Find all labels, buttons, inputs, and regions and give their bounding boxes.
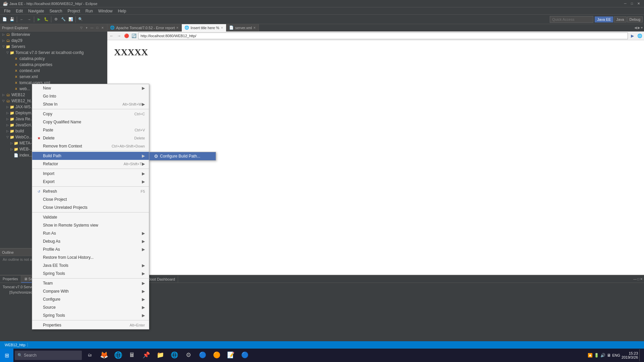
menu-help[interactable]: Help	[115, 8, 129, 14]
tree-item-context-xml[interactable]: X context.xml	[0, 68, 107, 74]
ctx-close-unrelated[interactable]: Close Unrelated Projects	[32, 203, 149, 212]
bottom-panel-min[interactable]: —	[633, 277, 637, 281]
tab-close-btn[interactable]: ✕	[253, 26, 256, 29]
taskbar-pin1[interactable]: 📌	[140, 349, 153, 361]
tree-item-binterview[interactable]: ▷ 🗂 Binterview	[0, 32, 107, 38]
ctx-copy[interactable]: Copy Ctrl+C	[32, 110, 149, 118]
menu-file[interactable]: File	[1, 8, 13, 14]
taskbar-blue-app[interactable]: 🔵	[238, 349, 252, 361]
panel-min-btn[interactable]: —	[90, 25, 94, 30]
panel-collapse-btn[interactable]: ▽	[79, 25, 84, 30]
ctx-export[interactable]: Export ▶	[32, 178, 149, 186]
ctx-build-path[interactable]: Build Path ▶ ⚙ Configure Build Path...	[32, 152, 149, 160]
perspective-javaee[interactable]: Java EE	[595, 16, 613, 22]
tree-item-catalina-props[interactable]: X catalina.properties	[0, 62, 107, 68]
menu-search[interactable]: Search	[47, 8, 65, 14]
menu-navigate[interactable]: Navigate	[25, 8, 47, 14]
ctx-validate[interactable]: Validate	[32, 213, 149, 221]
taskbar-task-view[interactable]: 🗂	[83, 349, 97, 361]
bottom-panel-close[interactable]: ✕	[640, 277, 643, 281]
submenu-configure-build-path[interactable]: ⚙ Configure Build Path...	[149, 152, 216, 160]
tab-close-btn[interactable]: ✕	[221, 26, 223, 29]
perspective-java[interactable]: Java	[614, 16, 626, 22]
ctx-profile-as[interactable]: Profile As ▶	[32, 245, 149, 253]
taskbar-eclipse[interactable]: 🔵	[196, 349, 209, 361]
close-btn[interactable]: ✕	[636, 1, 641, 6]
ctx-show-remote[interactable]: Show in Remote Systems view	[32, 221, 149, 229]
tab-scroll-right[interactable]: ▶	[638, 26, 640, 29]
toolbar-btn1[interactable]: ⚙	[53, 16, 59, 23]
bottom-panel-max[interactable]: □	[637, 277, 639, 281]
toolbar-forward[interactable]: →	[26, 16, 33, 23]
taskbar-search-bar[interactable]: 🔍	[15, 351, 82, 360]
ctx-run-as[interactable]: Run As ▶	[32, 229, 149, 237]
tab-insert-title[interactable]: 🌐 Insert title here % ✕	[182, 24, 226, 32]
taskbar-pin2[interactable]: 🌐	[168, 349, 181, 361]
ctx-go-into[interactable]: Go Into	[32, 92, 149, 100]
ctx-spring-tools-1[interactable]: Spring Tools ▶	[32, 269, 149, 278]
menu-run[interactable]: Run	[83, 8, 96, 14]
tab-server-xml[interactable]: 📄 server.xml ✕	[226, 24, 259, 32]
external-browser-btn[interactable]: 🌐	[637, 33, 643, 39]
ctx-delete[interactable]: ✖ Delete Delete	[32, 134, 149, 142]
ctx-properties[interactable]: Properties Alt+Enter	[32, 321, 149, 329]
panel-close-btn[interactable]: ✕	[100, 25, 105, 30]
ctx-restore-history[interactable]: Restore from Local History...	[32, 253, 149, 261]
toolbar-new[interactable]: 📄	[1, 16, 8, 23]
tab-boot-dashboard[interactable]: Boot Dashboard	[146, 276, 178, 283]
tree-item-catalina-policy[interactable]: X catalina.policy	[0, 56, 107, 62]
ctx-new[interactable]: New ▶	[32, 84, 149, 92]
menu-window[interactable]: Window	[96, 8, 115, 14]
toolbar-run[interactable]: ▶	[36, 16, 42, 23]
refresh-btn[interactable]: 🔄	[131, 33, 137, 39]
ctx-debug-as[interactable]: Debug As ▶	[32, 237, 149, 245]
start-button[interactable]: ⊞	[0, 349, 13, 362]
browser-url-input[interactable]	[138, 33, 628, 39]
toolbar-debug[interactable]: 🐛	[43, 16, 50, 23]
toolbar-back[interactable]: ←	[18, 16, 25, 23]
ctx-configure[interactable]: Configure ▶	[32, 295, 149, 303]
ctx-compare-with[interactable]: Compare With ▶	[32, 287, 149, 295]
tree-item-server-xml[interactable]: X server.xml	[0, 74, 107, 80]
go-btn[interactable]: ▶	[629, 33, 635, 39]
taskbar-firefox[interactable]: 🦊	[97, 349, 111, 361]
ctx-paste[interactable]: Paste Ctrl+V	[32, 126, 149, 134]
ctx-refactor[interactable]: Refactor Alt+Shift+T ▶	[32, 160, 149, 168]
taskbar-search-input[interactable]	[24, 353, 79, 358]
ctx-import[interactable]: Import ▶	[32, 170, 149, 178]
stop-btn[interactable]: 🔴	[123, 33, 129, 39]
menu-project[interactable]: Project	[65, 8, 83, 14]
toolbar-btn2[interactable]: 🔧	[60, 16, 67, 23]
ctx-copy-qualified[interactable]: Copy Qualified Name	[32, 118, 149, 126]
ctx-close-project[interactable]: Close Project	[32, 195, 149, 203]
ctx-team[interactable]: Team ▶	[32, 279, 149, 287]
taskbar-clock[interactable]: 15:23 2019/3/26	[622, 351, 638, 359]
tab-apache[interactable]: 🌐 Apache Tomcat/7.0.52 - Error report ✕	[107, 24, 182, 32]
taskbar-orange[interactable]: 🟠	[210, 349, 223, 361]
tab-properties[interactable]: Properties	[0, 276, 21, 283]
taskbar-word[interactable]: 📝	[224, 349, 237, 361]
quick-access-input[interactable]	[550, 16, 593, 23]
menu-edit[interactable]: Edit	[13, 8, 25, 14]
perspective-debug[interactable]: Debug	[627, 16, 643, 22]
tree-item-day29[interactable]: ▷ 🗂 day29	[0, 38, 107, 44]
forward-btn[interactable]: →	[116, 33, 122, 39]
ctx-refresh[interactable]: ↺ Refresh F5	[32, 187, 149, 195]
maximize-btn[interactable]: □	[629, 1, 635, 6]
ctx-source[interactable]: Source ▶	[32, 303, 149, 311]
tree-item-servers[interactable]: ▽ 📁 Servers	[0, 44, 107, 50]
toolbar-save[interactable]: 💾	[9, 16, 15, 23]
ctx-spring-tools-2[interactable]: Spring Tools ▶	[32, 311, 149, 319]
minimize-btn[interactable]: ─	[623, 1, 628, 6]
tree-item-tomcat-config[interactable]: ▽ 📁 Tomcat v7.0 Server at localhost-conf…	[0, 50, 107, 56]
back-btn[interactable]: ←	[109, 33, 115, 39]
toolbar-btn4[interactable]: 🔍	[77, 16, 84, 23]
panel-max-btn[interactable]: □	[95, 25, 100, 30]
taskbar-pin3[interactable]: ⚙	[182, 349, 195, 361]
window-controls[interactable]: ─ □ ✕	[623, 1, 641, 6]
taskbar-calc[interactable]: 🖩	[125, 349, 139, 361]
taskbar-explorer[interactable]: 📁	[154, 349, 167, 361]
ctx-show-in[interactable]: Show In Alt+Shift+W ▶	[32, 100, 149, 108]
tab-close-btn[interactable]: ✕	[176, 26, 179, 29]
toolbar-btn3[interactable]: 📊	[67, 16, 74, 23]
